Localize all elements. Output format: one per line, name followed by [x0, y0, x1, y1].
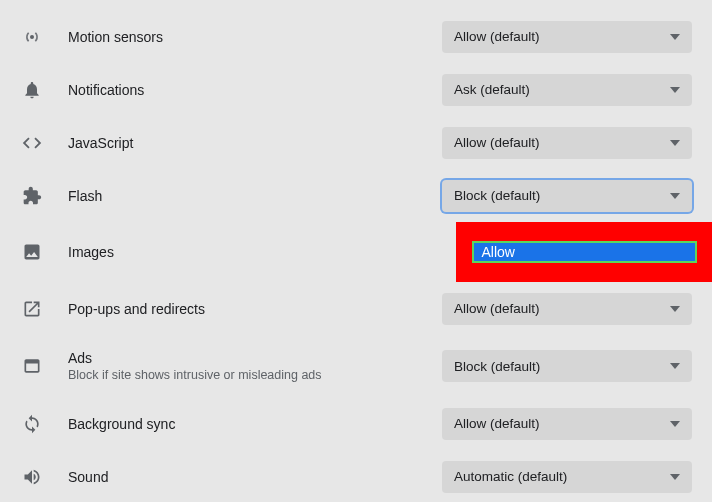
setting-label: Motion sensors	[68, 29, 422, 45]
chevron-down-icon	[670, 140, 680, 146]
setting-row-javascript: JavaScript Allow (default)	[0, 116, 712, 169]
sync-icon	[20, 412, 44, 436]
setting-label: Background sync	[68, 416, 422, 432]
bell-icon	[20, 78, 44, 102]
chevron-down-icon	[670, 474, 680, 480]
dropdown-value: Automatic (default)	[454, 469, 670, 484]
ads-dropdown[interactable]: Block (default)	[442, 350, 692, 382]
window-icon	[20, 354, 44, 378]
dropdown-value: Allow (default)	[454, 416, 670, 431]
notifications-dropdown[interactable]: Ask (default)	[442, 74, 692, 106]
dropdown-value: Block (default)	[454, 188, 670, 203]
sound-icon	[20, 465, 44, 489]
setting-row-notifications: Notifications Ask (default)	[0, 63, 712, 116]
setting-label: Pop-ups and redirects	[68, 301, 422, 317]
flash-dropdown[interactable]: Block (default)	[442, 180, 692, 212]
sound-dropdown[interactable]: Automatic (default)	[442, 461, 692, 493]
setting-label: Flash	[68, 188, 422, 204]
images-option-allow[interactable]: Allow	[472, 241, 697, 263]
extension-icon	[20, 184, 44, 208]
setting-label: JavaScript	[68, 135, 422, 151]
chevron-down-icon	[670, 421, 680, 427]
setting-label: Sound	[68, 469, 422, 485]
dropdown-value: Ask (default)	[454, 82, 670, 97]
dropdown-value: Allow (default)	[454, 135, 670, 150]
popups-dropdown[interactable]: Allow (default)	[442, 293, 692, 325]
setting-row-ads: Ads Block if site shows intrusive or mis…	[0, 335, 712, 397]
chevron-down-icon	[670, 87, 680, 93]
background-sync-dropdown[interactable]: Allow (default)	[442, 408, 692, 440]
image-icon	[20, 240, 44, 264]
setting-row-motion-sensors: Motion sensors Allow (default)	[0, 10, 712, 63]
setting-row-flash: Flash Block (default)	[0, 169, 712, 222]
setting-row-popups: Pop-ups and redirects Allow (default)	[0, 282, 712, 335]
setting-label: Images	[68, 244, 432, 260]
option-label: Allow	[482, 244, 515, 260]
setting-label: Notifications	[68, 82, 422, 98]
svg-point-0	[30, 34, 34, 38]
chevron-down-icon	[670, 363, 680, 369]
chevron-down-icon	[670, 34, 680, 40]
site-settings-list: Motion sensors Allow (default) Notificat…	[0, 0, 712, 502]
setting-sublabel: Block if site shows intrusive or mislead…	[68, 368, 422, 382]
chevron-down-icon	[670, 306, 680, 312]
open-in-new-icon	[20, 297, 44, 321]
images-highlight-callout: Allow	[456, 222, 712, 282]
javascript-dropdown[interactable]: Allow (default)	[442, 127, 692, 159]
chevron-down-icon	[670, 193, 680, 199]
dropdown-value: Block (default)	[454, 359, 670, 374]
setting-row-images: Images Allow	[0, 222, 712, 282]
dropdown-value: Allow (default)	[454, 29, 670, 44]
setting-label: Ads	[68, 350, 422, 366]
setting-row-background-sync: Background sync Allow (default)	[0, 397, 712, 450]
dropdown-value: Allow (default)	[454, 301, 670, 316]
setting-row-sound: Sound Automatic (default)	[0, 450, 712, 502]
code-icon	[20, 131, 44, 155]
motion-sensors-icon	[20, 25, 44, 49]
motion-sensors-dropdown[interactable]: Allow (default)	[442, 21, 692, 53]
